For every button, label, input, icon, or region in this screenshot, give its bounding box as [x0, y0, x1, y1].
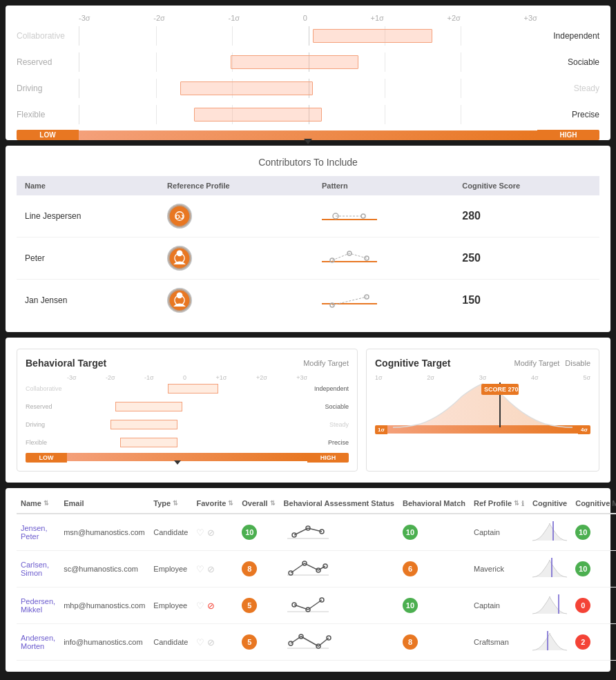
person-cognitive-3	[528, 587, 571, 624]
person-overall-2: 8	[238, 551, 279, 587]
person-name-2[interactable]: Carlsen, Simon	[17, 551, 59, 587]
beh-chart-2	[284, 558, 332, 579]
person-name-3[interactable]: Pedersen, Mikkel	[17, 587, 59, 624]
beh-match-badge-2: 6	[403, 561, 418, 576]
label-reserved: Reserved	[17, 57, 79, 67]
person-email-1: msn@humanostics.com	[59, 514, 149, 551]
sort-ref-icon[interactable]: ⇅	[514, 500, 519, 507]
label-collaborative: Collaborative	[17, 31, 79, 41]
bell-curve-svg: SCORE 270	[375, 382, 590, 431]
block-icon-2[interactable]: ⊘	[207, 564, 215, 574]
th-cognitive: Cognitive	[528, 494, 571, 514]
behavioral-chart-section: -3σ -2σ -1σ 0 +1σ +2σ +3σ Collaborative …	[6, 6, 610, 140]
person-favorite-4: ♡ ⊘	[192, 624, 238, 661]
targets-row: Behavioral Target Modify Target -3σ -2σ …	[17, 349, 599, 472]
small-row-collaborative: Collaborative Independent	[26, 381, 349, 396]
person-cognitive-4	[528, 624, 571, 661]
contributor-row-3: Jan Jensen	[17, 280, 599, 322]
beh-chart-1	[284, 521, 332, 542]
small-label-steady: Steady	[307, 421, 349, 428]
low-high-bar: LOW HIGH	[17, 130, 599, 140]
cog-match-badge-2: 10	[575, 561, 590, 576]
small-low-high-bar: LOW HIGH	[26, 453, 349, 463]
th-ref-profile: Ref Profile ⇅ ℹ	[470, 494, 528, 514]
person-ref-profile-1: Captain	[470, 514, 528, 551]
col-cognitive-score: Cognitive Score	[454, 176, 599, 195]
cognitive-target-actions: Modify Target Disable	[514, 359, 590, 367]
beh-match-badge-4: 8	[403, 634, 418, 650]
chart-row-collaborative: Collaborative Independent	[17, 25, 599, 47]
cog-disable-btn[interactable]: Disable	[565, 359, 590, 367]
person-type-3: Employee	[149, 587, 192, 624]
contributor-score-2: 250	[454, 237, 599, 280]
person-name-4[interactable]: Andersen, Morten	[17, 624, 59, 661]
cog-mini-1	[532, 521, 567, 542]
sort-fav-icon[interactable]: ⇅	[228, 500, 233, 507]
th-favorite: Favorite ⇅	[192, 494, 238, 514]
scale-bar	[79, 130, 537, 140]
axis-label-m2: -2σ	[153, 14, 165, 22]
sort-type-icon[interactable]: ⇅	[173, 500, 178, 507]
person-cog-match-4: 2	[571, 624, 616, 661]
person-ref-profile-3: Captain	[470, 587, 528, 624]
contributor-profile-1: DJ	[159, 195, 314, 237]
cog-mini-4	[532, 631, 567, 652]
bar-flexible	[194, 108, 323, 122]
bar-collaborative	[313, 29, 432, 43]
small-bar-area-flexible	[67, 436, 307, 449]
cog-mini-2	[532, 558, 567, 579]
person-beh-status-2	[280, 551, 398, 587]
chart-area-collaborative	[79, 26, 537, 46]
label-precise: Precise	[537, 110, 599, 119]
low-label: LOW	[17, 130, 79, 140]
svg-text:SCORE 270: SCORE 270	[484, 386, 519, 393]
beh-chart-3	[284, 594, 332, 615]
chart-row-driving: Driving Steady	[17, 77, 599, 99]
heart-icon-2[interactable]: ♡	[196, 564, 204, 574]
small-row-flexible: Flexible Precise	[26, 435, 349, 450]
small-label-flexible: Flexible	[26, 439, 67, 446]
chart-row-reserved: Reserved Sociable	[17, 51, 599, 73]
block-icon-4[interactable]: ⊘	[207, 637, 215, 648]
pattern-chart-2	[322, 248, 377, 269]
contributor-profile-3	[159, 280, 314, 322]
cog-match-badge-3: 0	[575, 598, 590, 613]
person-beh-match-2: 6	[398, 551, 470, 587]
person-name-1[interactable]: Jensen, Peter	[17, 514, 59, 551]
col-name: Name	[17, 176, 159, 195]
sort-name-icon[interactable]: ⇅	[44, 500, 49, 507]
s-scale-bar	[67, 453, 307, 461]
chart-row-flexible: Flexible Precise	[17, 104, 599, 126]
behavioral-target-header: Behavioral Target Modify Target	[26, 358, 349, 369]
heart-icon-4[interactable]: ♡	[196, 637, 204, 648]
cognitive-target-panel: Cognitive Target Modify Target Disable 1…	[366, 349, 599, 472]
person-beh-status-4	[280, 624, 398, 661]
block-icon-3[interactable]: ⊘	[207, 601, 215, 611]
contributor-pattern-2	[314, 237, 454, 280]
person-overall-3: 5	[238, 587, 279, 624]
label-flexible: Flexible	[17, 110, 79, 119]
overall-badge-1: 10	[242, 525, 257, 540]
sort-overall-icon[interactable]: ⇅	[270, 500, 276, 507]
contributor-name-3: Jan Jensen	[17, 280, 159, 322]
person-favorite-3: ♡ ⊘	[192, 587, 238, 624]
small-label-sociable: Sociable	[307, 403, 349, 410]
person-cog-match-3: 0	[571, 587, 616, 624]
contributor-pattern-3	[314, 280, 454, 322]
block-icon-1[interactable]: ⊘	[207, 527, 215, 538]
modify-target-btn[interactable]: Modify Target	[303, 359, 349, 367]
contributor-profile-2	[159, 237, 314, 280]
small-bar-collaborative	[168, 384, 218, 394]
person-beh-match-3: 10	[398, 587, 470, 624]
behavioral-target-panel: Behavioral Target Modify Target -3σ -2σ …	[17, 349, 358, 472]
heart-icon-1[interactable]: ♡	[196, 527, 204, 538]
chart-area-reserved	[79, 52, 537, 72]
small-row-driving: Driving Steady	[26, 417, 349, 432]
cog-modify-target-btn[interactable]: Modify Target	[514, 359, 559, 367]
heart-icon-3[interactable]: ♡	[196, 601, 204, 611]
cog-mini-3	[532, 594, 567, 615]
axis-label-0: 0	[303, 14, 307, 22]
beh-match-badge-1: 10	[403, 525, 418, 540]
th-overall: Overall ⇅	[238, 494, 279, 514]
behavioral-target-actions: Modify Target	[303, 359, 349, 367]
